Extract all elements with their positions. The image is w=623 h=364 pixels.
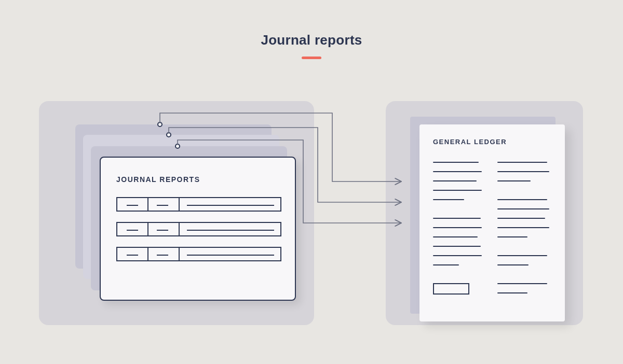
ledger-card-title: GENERAL LEDGER (433, 138, 507, 146)
table-row (116, 247, 281, 261)
ledger-total-box (433, 283, 469, 295)
ledger-card: GENERAL LEDGER (419, 124, 565, 321)
table-row (116, 222, 281, 236)
table-row (116, 197, 281, 212)
diagram-stage: JOURNAL REPORTS GENERAL LEDGER (0, 0, 623, 364)
connector-dot-icon (175, 144, 180, 149)
connector-dot-icon (166, 132, 171, 137)
connector-dot-icon (157, 122, 162, 127)
journal-card-title: JOURNAL REPORTS (116, 175, 200, 184)
journal-card-front: JOURNAL REPORTS (100, 157, 296, 301)
